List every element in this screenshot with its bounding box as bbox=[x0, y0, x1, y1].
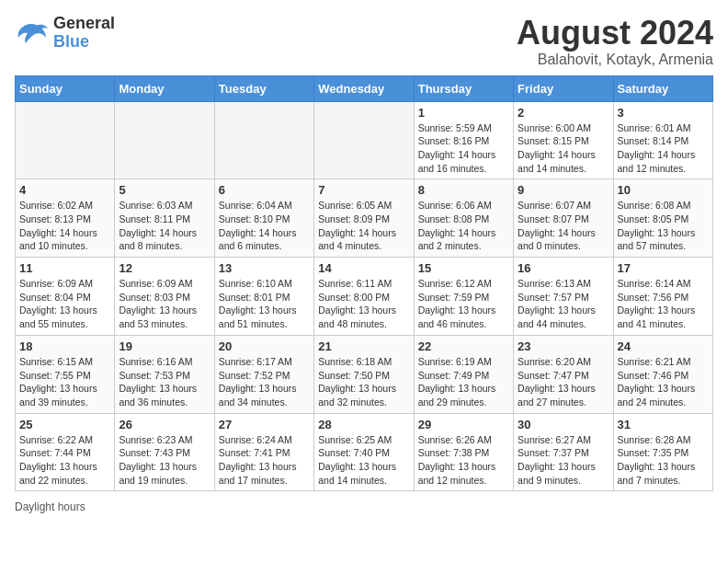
day-info: Sunrise: 6:26 AM Sunset: 7:38 PM Dayligh… bbox=[418, 433, 509, 488]
day-info: Sunrise: 6:19 AM Sunset: 7:49 PM Dayligh… bbox=[418, 355, 509, 409]
day-number: 11 bbox=[19, 261, 110, 275]
calendar-day-header: Tuesday bbox=[214, 75, 313, 101]
subtitle: Balahovit, Kotayk, Armenia bbox=[517, 52, 713, 68]
day-number: 20 bbox=[219, 339, 310, 353]
day-info: Sunrise: 6:02 AM Sunset: 8:13 PM Dayligh… bbox=[19, 199, 110, 253]
day-number: 4 bbox=[19, 183, 110, 197]
day-number: 14 bbox=[318, 261, 409, 275]
day-info: Sunrise: 6:12 AM Sunset: 7:59 PM Dayligh… bbox=[418, 277, 509, 331]
day-info: Sunrise: 6:18 AM Sunset: 7:50 PM Dayligh… bbox=[318, 355, 409, 409]
day-number: 26 bbox=[119, 418, 210, 431]
logo: General Blue bbox=[15, 15, 115, 52]
calendar-cell bbox=[115, 101, 214, 179]
day-info: Sunrise: 6:14 AM Sunset: 7:56 PM Dayligh… bbox=[618, 277, 709, 331]
calendar-cell: 25Sunrise: 6:22 AM Sunset: 7:44 PM Dayli… bbox=[16, 413, 115, 491]
day-number: 5 bbox=[119, 183, 210, 197]
day-number: 29 bbox=[418, 418, 509, 431]
day-number: 12 bbox=[119, 261, 210, 275]
calendar-cell bbox=[314, 101, 414, 179]
day-number: 19 bbox=[119, 339, 210, 353]
calendar-cell: 14Sunrise: 6:11 AM Sunset: 8:00 PM Dayli… bbox=[314, 258, 414, 336]
day-info: Sunrise: 6:23 AM Sunset: 7:43 PM Dayligh… bbox=[119, 433, 210, 488]
day-info: Sunrise: 6:09 AM Sunset: 8:04 PM Dayligh… bbox=[19, 277, 110, 331]
day-info: Sunrise: 6:16 AM Sunset: 7:53 PM Dayligh… bbox=[119, 355, 210, 409]
page-header: General Blue August 2024 Balahovit, Kota… bbox=[15, 15, 713, 68]
day-info: Sunrise: 5:59 AM Sunset: 8:16 PM Dayligh… bbox=[418, 121, 509, 176]
calendar-cell: 9Sunrise: 6:07 AM Sunset: 8:07 PM Daylig… bbox=[514, 179, 613, 258]
calendar-cell: 1Sunrise: 5:59 AM Sunset: 8:16 PM Daylig… bbox=[414, 101, 513, 179]
day-info: Sunrise: 6:27 AM Sunset: 7:37 PM Dayligh… bbox=[518, 433, 609, 488]
day-info: Sunrise: 6:28 AM Sunset: 7:35 PM Dayligh… bbox=[618, 433, 709, 488]
calendar-cell bbox=[16, 101, 115, 179]
calendar-cell: 31Sunrise: 6:28 AM Sunset: 7:35 PM Dayli… bbox=[613, 413, 712, 491]
calendar-day-header: Thursday bbox=[414, 75, 513, 101]
calendar-cell: 17Sunrise: 6:14 AM Sunset: 7:56 PM Dayli… bbox=[613, 258, 712, 336]
day-info: Sunrise: 6:00 AM Sunset: 8:15 PM Dayligh… bbox=[518, 121, 609, 176]
day-number: 1 bbox=[418, 106, 509, 120]
calendar-cell: 15Sunrise: 6:12 AM Sunset: 7:59 PM Dayli… bbox=[414, 258, 513, 336]
calendar-cell bbox=[214, 101, 313, 179]
logo-icon bbox=[15, 19, 48, 47]
day-number: 28 bbox=[318, 418, 409, 431]
day-number: 27 bbox=[219, 418, 310, 431]
day-number: 18 bbox=[19, 339, 110, 353]
day-info: Sunrise: 6:09 AM Sunset: 8:03 PM Dayligh… bbox=[119, 277, 210, 331]
calendar-cell: 22Sunrise: 6:19 AM Sunset: 7:49 PM Dayli… bbox=[414, 335, 513, 413]
calendar-cell: 5Sunrise: 6:03 AM Sunset: 8:11 PM Daylig… bbox=[115, 179, 214, 258]
calendar-cell: 27Sunrise: 6:24 AM Sunset: 7:41 PM Dayli… bbox=[214, 413, 313, 491]
day-info: Sunrise: 6:06 AM Sunset: 8:08 PM Dayligh… bbox=[418, 199, 509, 253]
day-number: 13 bbox=[219, 261, 310, 275]
day-number: 6 bbox=[219, 183, 310, 197]
day-number: 16 bbox=[518, 261, 609, 275]
day-info: Sunrise: 6:17 AM Sunset: 7:52 PM Dayligh… bbox=[219, 355, 310, 409]
day-number: 21 bbox=[318, 339, 409, 353]
calendar-week-row: 1Sunrise: 5:59 AM Sunset: 8:16 PM Daylig… bbox=[16, 101, 713, 179]
calendar-cell: 21Sunrise: 6:18 AM Sunset: 7:50 PM Dayli… bbox=[314, 335, 414, 413]
day-info: Sunrise: 6:15 AM Sunset: 7:55 PM Dayligh… bbox=[19, 355, 110, 409]
day-info: Sunrise: 6:24 AM Sunset: 7:41 PM Dayligh… bbox=[219, 433, 310, 488]
calendar-cell: 4Sunrise: 6:02 AM Sunset: 8:13 PM Daylig… bbox=[16, 179, 115, 258]
day-info: Sunrise: 6:13 AM Sunset: 7:57 PM Dayligh… bbox=[518, 277, 609, 331]
calendar-cell: 3Sunrise: 6:01 AM Sunset: 8:14 PM Daylig… bbox=[613, 101, 712, 179]
day-info: Sunrise: 6:22 AM Sunset: 7:44 PM Dayligh… bbox=[19, 433, 110, 488]
day-number: 31 bbox=[618, 418, 709, 431]
day-number: 7 bbox=[318, 183, 409, 197]
day-number: 15 bbox=[418, 261, 509, 275]
calendar-cell: 26Sunrise: 6:23 AM Sunset: 7:43 PM Dayli… bbox=[115, 413, 214, 491]
day-number: 9 bbox=[518, 183, 609, 197]
day-number: 10 bbox=[618, 183, 709, 197]
calendar-cell: 7Sunrise: 6:05 AM Sunset: 8:09 PM Daylig… bbox=[314, 179, 414, 258]
day-number: 2 bbox=[518, 106, 609, 120]
day-number: 8 bbox=[418, 183, 509, 197]
calendar-table: SundayMondayTuesdayWednesdayThursdayFrid… bbox=[15, 75, 713, 492]
day-info: Sunrise: 6:08 AM Sunset: 8:05 PM Dayligh… bbox=[618, 199, 709, 253]
footer: Daylight hours bbox=[15, 500, 713, 513]
day-number: 25 bbox=[19, 418, 110, 431]
day-info: Sunrise: 6:21 AM Sunset: 7:46 PM Dayligh… bbox=[618, 355, 709, 409]
day-info: Sunrise: 6:25 AM Sunset: 7:40 PM Dayligh… bbox=[318, 433, 409, 488]
calendar-week-row: 4Sunrise: 6:02 AM Sunset: 8:13 PM Daylig… bbox=[16, 179, 713, 258]
calendar-day-header: Saturday bbox=[613, 75, 712, 101]
main-title: August 2024 bbox=[517, 15, 713, 52]
calendar-day-header: Sunday bbox=[16, 75, 115, 101]
calendar-cell: 18Sunrise: 6:15 AM Sunset: 7:55 PM Dayli… bbox=[16, 335, 115, 413]
day-info: Sunrise: 6:03 AM Sunset: 8:11 PM Dayligh… bbox=[119, 199, 210, 253]
day-info: Sunrise: 6:11 AM Sunset: 8:00 PM Dayligh… bbox=[318, 277, 409, 331]
calendar-cell: 23Sunrise: 6:20 AM Sunset: 7:47 PM Dayli… bbox=[514, 335, 613, 413]
calendar-cell: 30Sunrise: 6:27 AM Sunset: 7:37 PM Dayli… bbox=[514, 413, 613, 491]
calendar-cell: 29Sunrise: 6:26 AM Sunset: 7:38 PM Dayli… bbox=[414, 413, 513, 491]
calendar-cell: 6Sunrise: 6:04 AM Sunset: 8:10 PM Daylig… bbox=[214, 179, 313, 258]
calendar-cell: 12Sunrise: 6:09 AM Sunset: 8:03 PM Dayli… bbox=[115, 258, 214, 336]
calendar-cell: 11Sunrise: 6:09 AM Sunset: 8:04 PM Dayli… bbox=[16, 258, 115, 336]
day-info: Sunrise: 6:07 AM Sunset: 8:07 PM Dayligh… bbox=[518, 199, 609, 253]
day-number: 24 bbox=[618, 339, 709, 353]
calendar-week-row: 25Sunrise: 6:22 AM Sunset: 7:44 PM Dayli… bbox=[16, 413, 713, 491]
day-info: Sunrise: 6:01 AM Sunset: 8:14 PM Dayligh… bbox=[618, 121, 709, 176]
calendar-cell: 13Sunrise: 6:10 AM Sunset: 8:01 PM Dayli… bbox=[214, 258, 313, 336]
day-number: 17 bbox=[618, 261, 709, 275]
calendar-cell: 16Sunrise: 6:13 AM Sunset: 7:57 PM Dayli… bbox=[514, 258, 613, 336]
calendar-header-row: SundayMondayTuesdayWednesdayThursdayFrid… bbox=[16, 75, 713, 101]
title-block: August 2024 Balahovit, Kotayk, Armenia bbox=[517, 15, 713, 68]
calendar-cell: 8Sunrise: 6:06 AM Sunset: 8:08 PM Daylig… bbox=[414, 179, 513, 258]
calendar-day-header: Wednesday bbox=[314, 75, 414, 101]
